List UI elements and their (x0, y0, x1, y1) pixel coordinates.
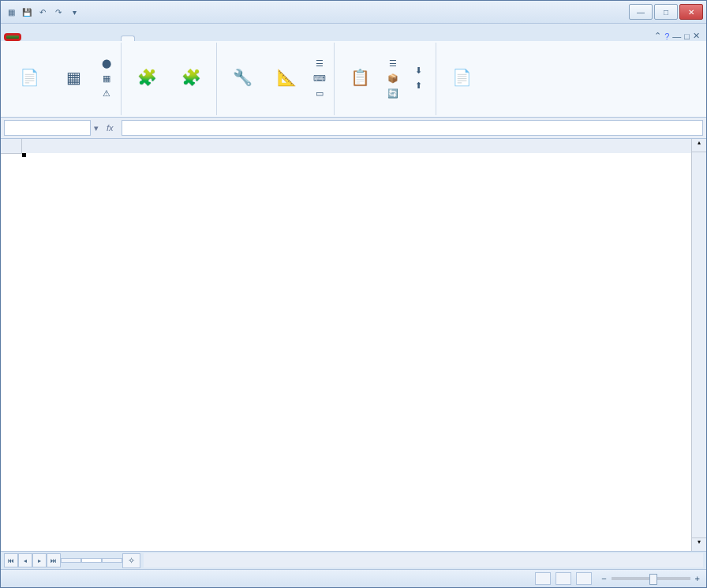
refresh-data-button[interactable]: 🔄 (383, 86, 406, 100)
tab-view[interactable] (107, 35, 121, 41)
import-button[interactable]: ⬇ (409, 64, 431, 78)
restore-workbook-icon[interactable]: — (672, 32, 681, 41)
tab-data[interactable] (78, 35, 92, 41)
new-sheet-button[interactable]: ✧ (122, 553, 140, 568)
visual-basic-button[interactable]: 📄 (9, 44, 50, 112)
group-doc: 📄 (436, 43, 487, 115)
tab-file[interactable] (4, 33, 21, 41)
insert-icon: 🔧 (230, 65, 255, 90)
tab-formulas[interactable] (64, 35, 78, 41)
excel-icon[interactable]: ▦ (4, 5, 18, 19)
close-button[interactable]: ✕ (679, 4, 703, 20)
tab-layout[interactable] (50, 35, 64, 41)
tab-foxit[interactable] (149, 35, 163, 41)
run-dialog-button[interactable]: ▭ (310, 86, 329, 100)
grid-icon: ▦ (100, 72, 113, 84)
tab-home[interactable] (21, 35, 36, 41)
col-headers (22, 139, 691, 153)
xml-source-button[interactable]: 📋 (339, 44, 380, 112)
tab-abbyy[interactable] (163, 35, 178, 41)
last-sheet-button[interactable]: ⏭ (47, 553, 61, 567)
import-icon: ⬇ (412, 65, 425, 77)
pack-icon: 📦 (387, 72, 399, 84)
normal-view-button[interactable] (535, 572, 551, 585)
close-workbook-icon[interactable]: ✕ (693, 31, 700, 41)
code-icon: ⌨ (313, 72, 326, 84)
page-break-view-button[interactable] (576, 572, 592, 585)
tab-review[interactable] (92, 35, 107, 41)
code-small-buttons: ⬤ ▦ ⚠ (97, 44, 116, 112)
design-icon: 📐 (274, 65, 299, 90)
first-sheet-button[interactable]: ⏮ (4, 553, 18, 567)
ribbon: 📄 ▦ ⬤ ▦ ⚠ 🧩 🧩 🔧 📐 ☰ (1, 41, 706, 118)
minimize-button[interactable]: — (629, 4, 653, 20)
tab-developer[interactable] (121, 36, 135, 41)
formula-input[interactable] (122, 120, 703, 136)
group-addins: 🧩 🧩 (122, 43, 217, 115)
group-controls: 🔧 📐 ☰ ⌨ ▭ (217, 43, 335, 115)
select-all-corner[interactable] (1, 139, 22, 154)
group-controls-label (222, 112, 329, 114)
dialog-icon: ▭ (313, 87, 326, 99)
expansion-packs-button[interactable]: 📦 (383, 71, 406, 85)
tab-insert[interactable] (36, 35, 50, 41)
addins-icon: 🧩 (134, 65, 159, 90)
document-panel-button[interactable]: 📄 (441, 44, 482, 112)
addins-button[interactable]: 🧩 (126, 44, 167, 112)
map-props-button[interactable]: ☰ (383, 56, 406, 70)
tab-addins[interactable] (135, 35, 149, 41)
undo-icon[interactable]: ↶ (36, 5, 50, 19)
quick-access-toolbar: ▦ 💾 ↶ ↷ ▾ (4, 5, 81, 19)
record-macro-button[interactable]: ⬤ (97, 56, 116, 70)
sheet-tab-3[interactable] (102, 558, 122, 563)
help-icon[interactable]: ? (664, 32, 669, 41)
scroll-up-icon[interactable]: ▴ (692, 139, 706, 152)
properties-button[interactable]: ☰ (310, 56, 329, 70)
sheet-area: ▴ ▾ (1, 139, 706, 551)
relative-refs-button[interactable]: ▦ (97, 71, 116, 85)
vertical-scrollbar[interactable]: ▴ ▾ (691, 139, 706, 551)
horizontal-scrollbar[interactable] (144, 553, 703, 567)
zoom-in-button[interactable]: + (695, 574, 700, 583)
save-icon[interactable]: 💾 (20, 5, 34, 19)
minimize-ribbon-icon[interactable]: ⌃ (654, 31, 661, 41)
window-controls: — □ ✕ (629, 4, 703, 20)
qat-more-icon[interactable]: ▾ (67, 5, 81, 19)
next-sheet-button[interactable]: ▸ (32, 553, 47, 567)
zoom-slider[interactable] (612, 577, 690, 580)
page-layout-view-button[interactable] (556, 572, 571, 585)
macros-icon: ▦ (61, 65, 86, 90)
design-mode-button[interactable]: 📐 (266, 44, 307, 112)
sheet-tab-1[interactable] (61, 558, 81, 563)
statusbar: − + (1, 569, 706, 587)
xml-small-2: ⬇ ⬆ (409, 44, 431, 112)
view-code-button[interactable]: ⌨ (310, 71, 329, 85)
fx-icon[interactable]: fx (102, 123, 118, 133)
com-addins-button[interactable]: 🧩 (170, 44, 211, 112)
maximize-workbook-icon[interactable]: □ (684, 32, 690, 41)
export-icon: ⬆ (412, 80, 425, 92)
scroll-down-icon[interactable]: ▾ (692, 537, 706, 551)
maximize-button[interactable]: □ (654, 4, 678, 20)
export-button[interactable]: ⬆ (409, 79, 431, 93)
record-icon: ⬤ (100, 57, 113, 69)
vb-icon: 📄 (17, 65, 42, 90)
source-icon: 📋 (347, 65, 372, 90)
group-xml: 📋 ☰ 📦 🔄 ⬇ ⬆ (335, 43, 436, 115)
help-area: ⌃ ? — □ ✕ (654, 31, 703, 41)
sheet-tab-2[interactable] (81, 558, 102, 563)
controls-small-buttons: ☰ ⌨ ▭ (310, 44, 329, 112)
group-addins-label (126, 112, 211, 114)
name-box-dropdown-icon[interactable]: ▾ (94, 123, 99, 133)
insert-control-button[interactable]: 🔧 (222, 44, 263, 112)
doc-icon: 📄 (449, 65, 474, 90)
warning-icon: ⚠ (100, 87, 113, 99)
zoom-out-button[interactable]: − (601, 574, 606, 583)
redo-icon[interactable]: ↷ (51, 5, 65, 19)
macros-button[interactable]: ▦ (53, 44, 94, 112)
prev-sheet-button[interactable]: ◂ (18, 553, 32, 567)
props-icon: ☰ (313, 57, 326, 69)
name-box[interactable] (4, 120, 91, 136)
titlebar: ▦ 💾 ↶ ↷ ▾ — □ ✕ (1, 1, 706, 24)
macro-security-button[interactable]: ⚠ (97, 86, 116, 100)
